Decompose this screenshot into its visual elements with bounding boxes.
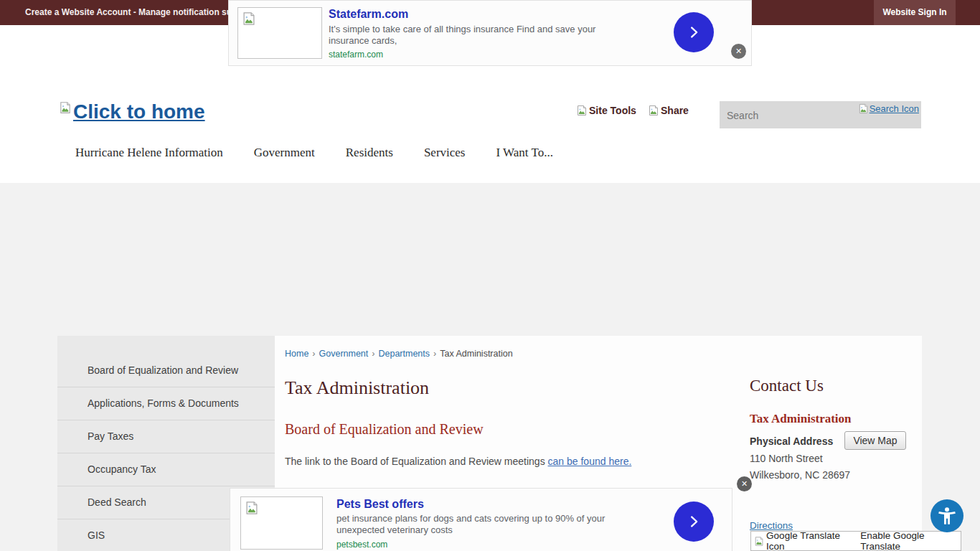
- broken-image-icon: [576, 105, 588, 116]
- search-box: Search Icon: [720, 101, 921, 128]
- broken-image-icon: [648, 105, 659, 116]
- broken-image-icon: [754, 536, 764, 547]
- site-tools-button[interactable]: Site Tools: [576, 105, 636, 116]
- directions-link[interactable]: Directions: [750, 520, 793, 531]
- breadcrumb-home-link[interactable]: Home: [285, 349, 308, 359]
- ad-image-placeholder: [237, 7, 322, 59]
- google-translate-bar[interactable]: Google Translate Icon Enable Google Tran…: [750, 531, 961, 551]
- broken-image-icon: [242, 11, 256, 26]
- page-title: Tax Administration: [285, 377, 429, 399]
- chevron-right-icon: [686, 514, 702, 529]
- ad-display-url[interactable]: statefarm.com: [329, 50, 383, 60]
- body-paragraph: The link to the Board of Equalization an…: [285, 456, 631, 467]
- sidebar-item-applications-forms-documents[interactable]: Applications, Forms & Documents: [57, 387, 275, 420]
- breadcrumb-departments-link[interactable]: Departments: [378, 349, 430, 359]
- page: Create a Website Account - Manage notifi…: [0, 0, 980, 551]
- ad-cta-button[interactable]: [674, 501, 714, 542]
- home-logo-link[interactable]: Click to home: [59, 101, 205, 123]
- sidebar-item-pay-taxes[interactable]: Pay Taxes: [57, 420, 275, 453]
- breadcrumb-current-page: Tax Administration: [440, 349, 512, 359]
- ad-title-link[interactable]: Pets Best offers: [336, 498, 424, 511]
- google-translate-icon-alt-text: Google Translate Icon: [766, 530, 855, 551]
- share-button[interactable]: Share: [648, 105, 689, 116]
- address-line-1: 110 North Street: [750, 453, 823, 464]
- share-label: Share: [661, 105, 689, 116]
- ad-display-url[interactable]: petsbest.com: [336, 540, 387, 550]
- nav-item-hurricane-helene-information[interactable]: Hurricane Helene Information: [75, 146, 223, 160]
- home-logo-alt-text: Click to home: [73, 101, 205, 123]
- section-heading: Board of Equalization and Review: [285, 421, 484, 438]
- ad-description: pet insurance plans for dogs and cats co…: [336, 513, 645, 536]
- address-line-2: Wilkesboro, NC 28697: [750, 469, 850, 481]
- physical-address-label: Physical Address: [750, 435, 833, 447]
- enable-google-translate-label: Enable Google Translate: [860, 530, 961, 551]
- ad-description: It's simple to take care of all things i…: [329, 24, 637, 47]
- breadcrumb-separator: ›: [308, 349, 319, 359]
- website-sign-in-button[interactable]: Website Sign In: [874, 0, 956, 25]
- site-tools-label: Site Tools: [589, 105, 636, 116]
- breadcrumb-government-link[interactable]: Government: [319, 349, 369, 359]
- contact-department-name: Tax Administration: [750, 412, 852, 426]
- accessibility-widget-button[interactable]: [930, 499, 963, 532]
- ad-banner-bottom[interactable]: Pets Best offers pet insurance plans for…: [230, 488, 732, 551]
- create-account-link[interactable]: Create a Website Account - Manage notifi…: [25, 0, 237, 25]
- nav-item-i-want-to[interactable]: I Want To...: [496, 146, 552, 160]
- main-navigation: Hurricane Helene Information Government …: [75, 146, 553, 160]
- broken-image-icon: [59, 101, 72, 114]
- search-input[interactable]: [720, 101, 857, 130]
- nav-item-services[interactable]: Services: [424, 146, 466, 160]
- paragraph-text: The link to the Board of Equalization an…: [285, 456, 545, 467]
- ad-close-icon[interactable]: ✕: [731, 44, 746, 59]
- search-submit-button[interactable]: Search Icon: [858, 103, 919, 114]
- view-map-button[interactable]: View Map: [844, 431, 906, 450]
- search-icon-alt-text: Search Icon: [870, 103, 919, 114]
- sidebar-item-board-of-equalization[interactable]: Board of Equalization and Review: [57, 354, 275, 387]
- broken-image-icon: [858, 103, 869, 114]
- breadcrumb-separator: ›: [430, 349, 440, 359]
- ad-close-icon[interactable]: ✕: [737, 476, 752, 491]
- nav-item-government[interactable]: Government: [254, 146, 315, 160]
- meetings-link[interactable]: can be found here.: [548, 456, 632, 467]
- breadcrumb-separator: ›: [368, 349, 378, 359]
- ad-image-placeholder: [240, 496, 323, 550]
- ad-banner-top[interactable]: Statefarm.com It's simple to take care o…: [228, 0, 752, 66]
- contact-us-heading: Contact Us: [750, 377, 824, 395]
- nav-item-residents[interactable]: Residents: [346, 146, 393, 160]
- ad-title-link[interactable]: Statefarm.com: [329, 8, 408, 21]
- chevron-right-icon: [686, 24, 702, 40]
- breadcrumb: Home›Government›Departments›Tax Administ…: [285, 349, 513, 359]
- ad-cta-button[interactable]: [674, 12, 714, 52]
- sidebar-item-occupancy-tax[interactable]: Occupancy Tax: [57, 453, 275, 486]
- broken-image-icon: [245, 501, 259, 515]
- accessibility-person-icon: [936, 505, 958, 527]
